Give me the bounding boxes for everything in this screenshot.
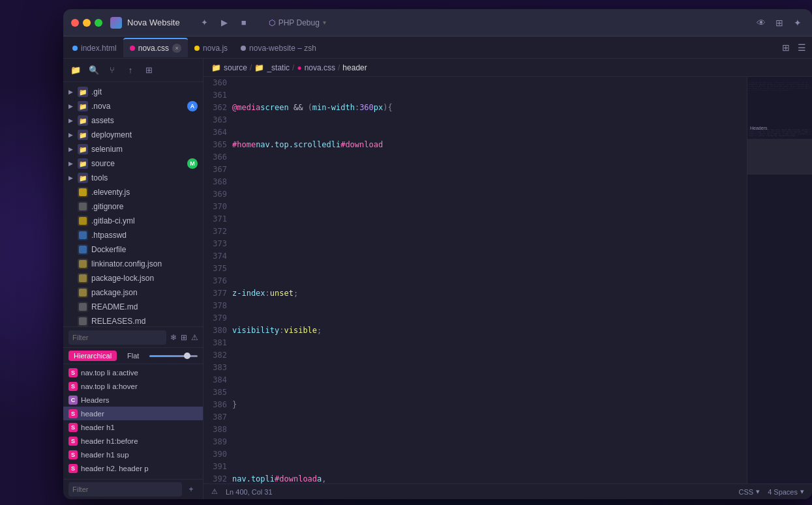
- app-icon: [110, 17, 122, 29]
- sidebar-search-icon[interactable]: 🔍: [87, 63, 101, 78]
- tree-item-gitlab-ci[interactable]: .gitlab-ci.yml: [63, 214, 203, 228]
- tree-item-htpasswd[interactable]: .htpasswd: [63, 228, 203, 242]
- app-window: Nova Website ✦ ▶ ■ ⬡ PHP Debug ▾ 👁 ⊞ ✦ i…: [63, 9, 812, 499]
- title-bar-right: 👁 ⊞ ✦: [755, 16, 804, 29]
- outline-selector-icon: S: [68, 382, 78, 391]
- sidebar-grid-icon[interactable]: ⊞: [142, 63, 156, 78]
- outline-selector-icon: S: [68, 409, 78, 418]
- sidebar: 📁 🔍 ⑂ ↑ ⊞ ▶ 📁 .git ▶ 📁 .nova A: [63, 59, 203, 499]
- traffic-lights: [71, 19, 102, 27]
- outline-selector-icon: S: [68, 423, 78, 432]
- chevron-down-icon: ▾: [756, 487, 760, 496]
- tree-item-eleventy[interactable]: .eleventy.js: [63, 185, 203, 199]
- svg-rect-0: [79, 188, 87, 196]
- indent-label: 4 Spaces: [768, 488, 798, 496]
- svg-rect-7: [79, 289, 87, 296]
- tree-item-git[interactable]: ▶ 📁 .git: [63, 85, 203, 99]
- tree-item-selenium[interactable]: ▶ 📁 selenium: [63, 142, 203, 156]
- outline-add-icon[interactable]: +: [185, 483, 198, 496]
- wand-icon[interactable]: ✦: [198, 16, 211, 29]
- outline-selector-icon: S: [68, 450, 78, 459]
- tab-close-nova-css[interactable]: ×: [172, 44, 181, 53]
- tabs-bar: ⬡ PHP Debug ▾: [256, 14, 749, 32]
- outline-layers-icon[interactable]: ⊞: [181, 331, 187, 344]
- code-editor: 360 361 362 363 364 365 366 367 368 369 …: [203, 77, 747, 483]
- sidebar-toolbar: 📁 🔍 ⑂ ↑ ⊞: [63, 59, 203, 82]
- outline-item-nav-active[interactable]: S nav.top li a:active: [63, 366, 203, 379]
- main-content: 📁 🔍 ⑂ ↑ ⊞ ▶ 📁 .git ▶ 📁 .nova A: [63, 59, 812, 499]
- close-button[interactable]: [71, 19, 79, 27]
- title-bar-icons: ✦ ▶ ■: [198, 16, 250, 29]
- status-indent[interactable]: 4 Spaces ▾: [768, 487, 804, 496]
- tree-item-nova[interactable]: ▶ 📁 .nova A: [63, 99, 203, 113]
- run-icon[interactable]: ▶: [218, 16, 231, 29]
- status-language[interactable]: CSS ▾: [739, 487, 760, 496]
- maximize-button[interactable]: [95, 19, 102, 27]
- code-lines[interactable]: @media screen && (min-width: 360px) { #h…: [232, 77, 747, 483]
- code-content[interactable]: 360 361 362 363 364 365 366 367 368 369 …: [203, 77, 747, 483]
- tree-item-deployment[interactable]: ▶ 📁 deployment: [63, 128, 203, 142]
- tree-item-gitignore[interactable]: .gitignore: [63, 199, 203, 214]
- outline-list: S nav.top li a:active S nav.top li a:hov…: [63, 364, 203, 479]
- sidebar-folder-icon[interactable]: 📁: [68, 63, 83, 78]
- line-numbers: 360 361 362 363 364 365 366 367 368 369 …: [203, 77, 232, 483]
- outline-alert-icon[interactable]: ⚠: [191, 331, 198, 344]
- tab-php-debug[interactable]: ⬡ PHP Debug ▾: [261, 14, 334, 32]
- tree-item-package-json[interactable]: package.json: [63, 285, 203, 300]
- outline-item-nav-hover[interactable]: S nav.top li a:hover: [63, 379, 203, 393]
- warning-icon: ⚠: [211, 487, 218, 496]
- tab-nova-js[interactable]: nova.js: [188, 38, 234, 57]
- outline-snowflake-icon[interactable]: ❄: [170, 331, 177, 344]
- tree-item-readme[interactable]: README.md: [63, 300, 203, 314]
- outline-item-header-h2[interactable]: S header h2. header p: [63, 461, 203, 475]
- tab-index-html[interactable]: index.html: [66, 38, 123, 57]
- outline-item-header-h1[interactable]: S header h1: [63, 420, 203, 434]
- app-title: Nova Website: [127, 18, 180, 27]
- status-position[interactable]: Ln 400, Col 31: [226, 488, 273, 496]
- tree-item-releases[interactable]: RELEASES.md: [63, 314, 203, 326]
- status-bar-left: ⚠ Ln 400, Col 31: [211, 487, 273, 496]
- split-editor-button[interactable]: ⊞: [778, 40, 794, 55]
- star-icon[interactable]: ✦: [791, 16, 804, 29]
- breadcrumb-source[interactable]: 📁source: [211, 63, 247, 72]
- breadcrumb-header[interactable]: header: [342, 63, 367, 72]
- outline-flat-btn[interactable]: Flat: [122, 351, 144, 361]
- outline-filter-input[interactable]: [68, 330, 166, 345]
- svg-rect-1: [79, 203, 87, 210]
- tree-item-dockerfile[interactable]: Dockerfile: [63, 242, 203, 257]
- sidebar-git-icon[interactable]: ⑂: [105, 63, 119, 78]
- tree-item-tools[interactable]: ▶ 📁 tools: [63, 171, 203, 185]
- outline-item-header-h1-sup[interactable]: S header h1 sup: [63, 448, 203, 461]
- tab-terminal[interactable]: nova-website – zsh: [234, 38, 323, 57]
- layout-button[interactable]: ☰: [794, 40, 809, 55]
- editor-body: 360 361 362 363 364 365 366 367 368 369 …: [203, 77, 812, 483]
- tree-item-linkinator[interactable]: linkinator.config.json: [63, 257, 203, 271]
- tree-item-source[interactable]: ▶ 📁 source M: [63, 156, 203, 171]
- cursor-position: Ln 400, Col 31: [226, 488, 273, 496]
- stop-icon[interactable]: ■: [237, 16, 250, 29]
- outline-toolbar: Hierarchical Flat: [63, 348, 203, 364]
- outline-item-headers[interactable]: C Headers: [63, 393, 203, 407]
- sidebar-upload-icon[interactable]: ↑: [123, 63, 138, 78]
- status-encoding[interactable]: ⚠: [211, 487, 218, 496]
- outline-hierarchical-btn[interactable]: Hierarchical: [68, 351, 117, 361]
- outline-item-header-h1-before[interactable]: S header h1:before: [63, 434, 203, 448]
- svg-rect-8: [79, 303, 87, 311]
- svg-rect-2: [79, 217, 87, 225]
- minimize-button[interactable]: [83, 19, 91, 27]
- eye-icon[interactable]: 👁: [755, 16, 768, 29]
- grid-icon[interactable]: ⊞: [773, 16, 786, 29]
- minimap[interactable]: nav.top scrolled li#download { z-index:u…: [747, 77, 812, 483]
- outline-slider[interactable]: [149, 355, 198, 357]
- badge-source: M: [187, 158, 198, 169]
- tree-item-package-lock[interactable]: package-lock.json: [63, 271, 203, 285]
- breadcrumb-nova-css[interactable]: ●nova.css: [297, 63, 335, 72]
- tree-item-assets[interactable]: ▶ 📁 assets: [63, 113, 203, 128]
- file-tree: ▶ 📁 .git ▶ 📁 .nova A ▶ 📁 assets ▶: [63, 82, 203, 326]
- breadcrumb-static[interactable]: 📁_static: [254, 63, 290, 72]
- outline-item-header[interactable]: S header: [63, 407, 203, 420]
- badge-nova: A: [187, 101, 198, 111]
- tab-nova-css[interactable]: nova.css ×: [123, 38, 188, 57]
- outline-bottom-filter[interactable]: [68, 482, 182, 497]
- minimap-headers-label: Headers: [750, 126, 767, 130]
